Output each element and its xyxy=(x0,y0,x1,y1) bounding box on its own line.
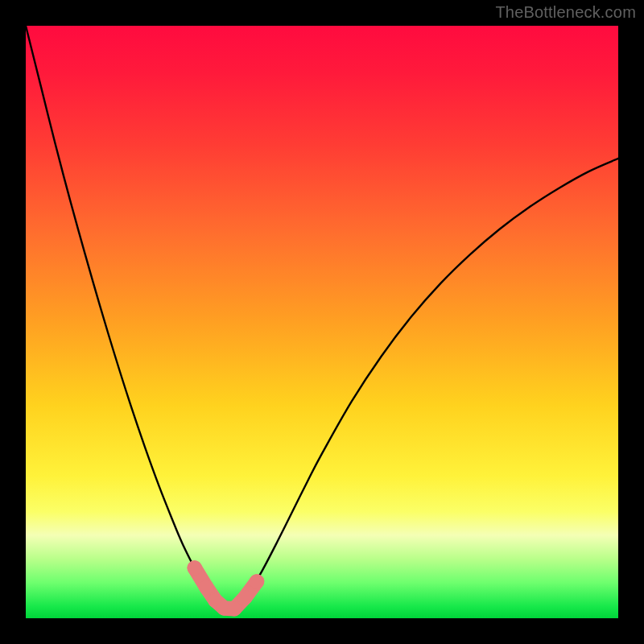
watermark-text: TheBottleneck.com xyxy=(495,3,636,22)
chart-frame: TheBottleneck.com xyxy=(0,0,644,644)
curve-svg xyxy=(26,26,618,618)
bottleneck-curve-path xyxy=(26,26,618,609)
marker-dot xyxy=(237,590,252,605)
marker-dot xyxy=(227,601,242,616)
marker-dot xyxy=(250,574,264,588)
marker-dot xyxy=(188,560,202,575)
plot-area xyxy=(26,26,618,618)
marker-dot xyxy=(199,580,213,595)
curve-markers xyxy=(188,560,265,616)
